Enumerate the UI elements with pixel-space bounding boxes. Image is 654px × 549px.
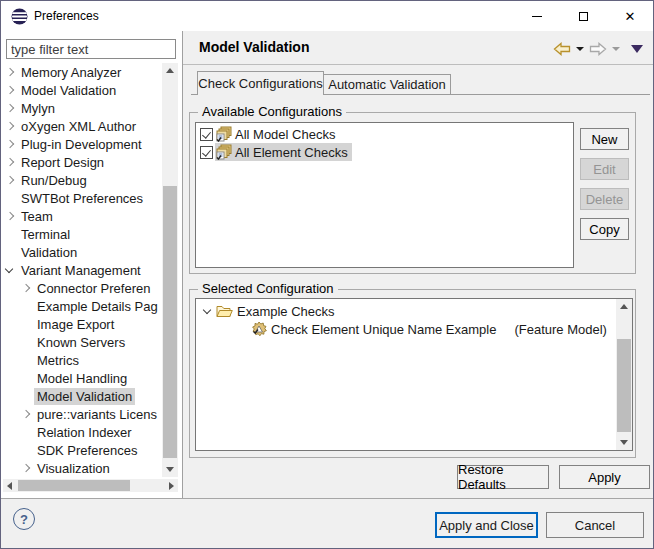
sidebar-item-mylyn[interactable]: Mylyn bbox=[2, 99, 161, 117]
tree-item-check-element-unique-name[interactable]: Check Element Unique Name Example (Featu… bbox=[196, 320, 632, 338]
tree-item-label: Run/Debug bbox=[18, 172, 90, 189]
sidebar-item-example-details-pages[interactable]: Example Details Pag bbox=[2, 297, 161, 315]
forward-arrow-icon[interactable] bbox=[589, 42, 607, 56]
tree-item-label: Terminal bbox=[18, 226, 73, 243]
tree-item-label: Report Design bbox=[18, 154, 107, 171]
chevron-spacer bbox=[18, 315, 34, 333]
sidebar-item-team[interactable]: Team bbox=[2, 207, 161, 225]
scroll-down-button[interactable] bbox=[616, 435, 632, 450]
view-menu-icon[interactable] bbox=[631, 45, 643, 53]
scroll-up-button[interactable] bbox=[162, 63, 178, 78]
chevron-down-icon[interactable] bbox=[200, 302, 216, 320]
checkbox-checked[interactable] bbox=[200, 128, 213, 141]
cancel-button[interactable]: Cancel bbox=[546, 512, 644, 538]
scrollbar-thumb[interactable] bbox=[163, 186, 177, 458]
forward-history-dropdown-icon[interactable] bbox=[612, 47, 620, 51]
tree-vertical-scrollbar[interactable] bbox=[162, 63, 178, 477]
apply-button[interactable]: Apply bbox=[559, 465, 650, 489]
chevron-right-icon[interactable] bbox=[2, 63, 18, 81]
chevron-spacer bbox=[18, 333, 34, 351]
eclipse-logo-icon bbox=[11, 8, 28, 25]
group-label: Available Configurations bbox=[198, 104, 346, 119]
chevron-right-icon[interactable] bbox=[18, 459, 34, 477]
tab-automatic-validation[interactable]: Automatic Validation bbox=[324, 74, 451, 95]
scroll-up-button[interactable] bbox=[616, 299, 632, 314]
page-title: Model Validation bbox=[199, 39, 309, 55]
scroll-down-button[interactable] bbox=[162, 462, 178, 477]
sidebar-item-known-servers[interactable]: Known Servers bbox=[2, 333, 161, 351]
tree-item-label: Example Details Pag bbox=[34, 298, 161, 315]
chevron-right-icon[interactable] bbox=[18, 279, 34, 297]
sidebar-item-visualization[interactable]: Visualization bbox=[2, 459, 161, 477]
chevron-right-icon[interactable] bbox=[2, 207, 18, 225]
apply-and-close-button[interactable]: Apply and Close bbox=[435, 512, 538, 538]
new-button[interactable]: New bbox=[580, 128, 629, 150]
tree-item-example-checks[interactable]: Example Checks bbox=[196, 302, 632, 320]
sidebar-item-model-handling[interactable]: Model Handling bbox=[2, 369, 161, 387]
configuration-label: All Element Checks bbox=[235, 145, 348, 160]
scroll-left-button[interactable] bbox=[3, 479, 16, 492]
chevron-spacer bbox=[18, 297, 34, 315]
selected-configuration-tree[interactable]: Example Checks Check Element Unique Name… bbox=[195, 298, 633, 451]
tree-item-label: SWTBot Preferences bbox=[18, 190, 146, 207]
minimize-button[interactable] bbox=[517, 1, 557, 31]
sidebar-item-validation[interactable]: Validation bbox=[2, 243, 161, 261]
chevron-right-icon[interactable] bbox=[2, 153, 18, 171]
configuration-item[interactable]: All Model Checks bbox=[215, 125, 339, 143]
chevron-right-icon[interactable] bbox=[2, 117, 18, 135]
tree-item-label-selected: Model Validation bbox=[34, 388, 135, 405]
open-folder-icon bbox=[216, 304, 233, 318]
tree-item-label: Metrics bbox=[34, 352, 82, 369]
check-badge-icon bbox=[251, 321, 267, 337]
filter-input[interactable] bbox=[6, 39, 176, 59]
scroll-down-icon bbox=[620, 440, 628, 445]
close-button[interactable]: ✕ bbox=[610, 1, 650, 31]
selected-config-scrollbar[interactable] bbox=[616, 299, 632, 450]
chevron-down-icon[interactable] bbox=[2, 261, 18, 279]
sidebar-item-image-export[interactable]: Image Export bbox=[2, 315, 161, 333]
scroll-up-icon bbox=[620, 304, 628, 309]
sidebar-item-report-design[interactable]: Report Design bbox=[2, 153, 161, 171]
chevron-right-icon[interactable] bbox=[18, 405, 34, 423]
maximize-button[interactable] bbox=[563, 1, 603, 31]
tree-horizontal-scrollbar[interactable] bbox=[3, 479, 178, 492]
scrollbar-thumb[interactable] bbox=[617, 339, 631, 432]
configuration-item-selected[interactable]: All Element Checks bbox=[215, 143, 352, 161]
sidebar-item-model-validation-top[interactable]: Model Validation bbox=[2, 81, 161, 99]
sidebar-item-metrics[interactable]: Metrics bbox=[2, 351, 161, 369]
tab-check-configurations[interactable]: Check Configurations bbox=[197, 71, 324, 95]
list-item-all-element-checks[interactable]: All Element Checks bbox=[196, 143, 573, 161]
titlebar[interactable]: Preferences ✕ bbox=[1, 1, 653, 31]
help-button[interactable]: ? bbox=[13, 508, 35, 530]
sidebar-item-model-validation[interactable]: Model Validation bbox=[2, 387, 161, 405]
sidebar-item-memory-analyzer[interactable]: Memory Analyzer bbox=[2, 63, 161, 81]
chevron-right-icon[interactable] bbox=[2, 171, 18, 189]
sidebar-item-run-debug[interactable]: Run/Debug bbox=[2, 171, 161, 189]
back-history-dropdown-icon[interactable] bbox=[576, 47, 584, 51]
chevron-right-icon[interactable] bbox=[2, 81, 18, 99]
copy-button[interactable]: Copy bbox=[580, 218, 629, 240]
sidebar-item-variant-management[interactable]: Variant Management bbox=[2, 261, 161, 279]
sidebar-item-sdk-preferences[interactable]: SDK Preferences bbox=[2, 441, 161, 459]
tree-item-label: Image Export bbox=[34, 316, 117, 333]
restore-defaults-button[interactable]: Restore Defaults bbox=[457, 465, 549, 489]
configurations-list[interactable]: All Model Checks All Element Checks bbox=[195, 122, 574, 268]
group-label: Selected Configuration bbox=[198, 281, 338, 296]
sidebar-item-connector-preferences[interactable]: Connector Preferen bbox=[2, 279, 161, 297]
tree-item-label: Team bbox=[18, 208, 56, 225]
sidebar-item-pure-variants-licensing[interactable]: pure::variants Licens bbox=[2, 405, 161, 423]
sidebar-item-swtbot-preferences[interactable]: SWTBot Preferences bbox=[2, 189, 161, 207]
checkbox-checked[interactable] bbox=[200, 146, 213, 159]
chevron-right-icon[interactable] bbox=[2, 99, 18, 117]
sidebar-item-relation-indexer[interactable]: Relation Indexer bbox=[2, 423, 161, 441]
sidebar-item-oxygen-xml-author[interactable]: oXygen XML Author bbox=[2, 117, 161, 135]
scrollbar-thumb[interactable] bbox=[18, 480, 130, 491]
sidebar-item-plugin-development[interactable]: Plug-in Development bbox=[2, 135, 161, 153]
scroll-right-button[interactable] bbox=[165, 479, 178, 492]
sidebar-item-terminal[interactable]: Terminal bbox=[2, 225, 161, 243]
configuration-label: All Model Checks bbox=[235, 127, 335, 142]
list-item-all-model-checks[interactable]: All Model Checks bbox=[196, 125, 573, 143]
back-arrow-icon[interactable] bbox=[553, 42, 571, 56]
tree-item-label: oXygen XML Author bbox=[18, 118, 139, 135]
chevron-right-icon[interactable] bbox=[2, 135, 18, 153]
